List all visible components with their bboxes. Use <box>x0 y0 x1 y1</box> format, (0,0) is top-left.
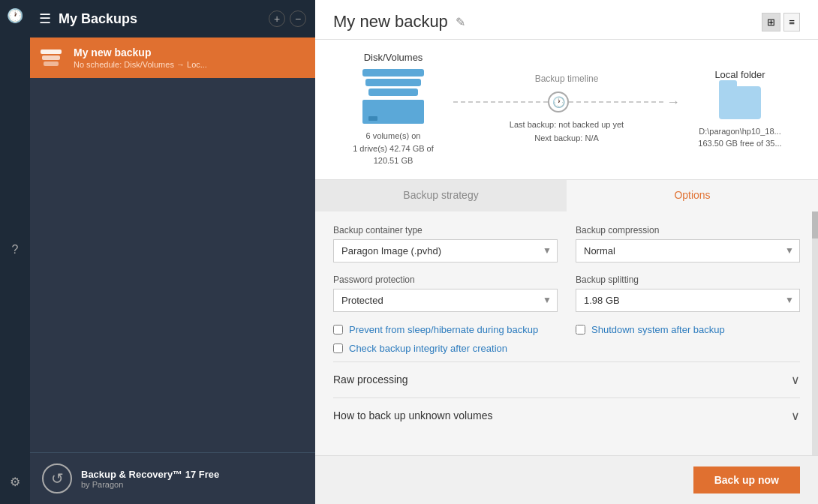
sidebar-bottom: ↺ Backup & Recovery™ 17 Free by Paragon <box>30 452 315 504</box>
options-row-2: Password protection None Protected ▼ Bac… <box>333 274 800 312</box>
compression-col: Backup compression None Normal High ▼ <box>576 225 800 262</box>
disk-body <box>362 100 424 124</box>
splitting-select[interactable]: None 650 MB 1.98 GB 4.37 GB <box>576 289 800 312</box>
container-type-select[interactable]: Paragon Image (.pvhd) VHD ZIP <box>333 239 558 262</box>
add-backup-button[interactable]: + <box>269 10 285 27</box>
sidebar: ☰ My Backups + − My new backup No schedu… <box>30 0 315 504</box>
scrollbar-track[interactable] <box>812 212 818 456</box>
unknown-volumes-label: How to back up unknown volumes <box>333 410 492 422</box>
raw-processing-label: Raw processing <box>333 374 408 386</box>
back-up-now-button[interactable]: Back up now <box>693 466 800 494</box>
shutdown-checkbox[interactable] <box>576 325 585 334</box>
sidebar-icon-strip: 🕐 ? ⚙ <box>0 0 30 504</box>
folder-shape <box>719 86 761 119</box>
timeline-label: Backup timeline <box>535 74 599 84</box>
checkboxes-col-right: Shutdown system after backup <box>576 324 800 362</box>
app-info: Backup & Recovery™ 17 Free by Paragon <box>81 469 219 489</box>
sidebar-header: ☰ My Backups + − <box>30 0 315 38</box>
grid-view-button[interactable]: ⊞ <box>762 13 780 32</box>
prevent-sleep-label: Prevent from sleep/hibernate during back… <box>349 324 538 335</box>
main-title-row: My new backup ✎ <box>333 12 465 32</box>
unknown-volumes-section[interactable]: How to back up unknown volumes ∨ <box>333 398 800 434</box>
prevent-sleep-checkbox[interactable] <box>333 325 343 334</box>
sidebar-item-text: My new backup No schedule: Disk/Volumes … <box>74 46 305 69</box>
last-backup-status: Last backup: not backed up yet <box>510 118 624 132</box>
timeline-arrow-icon: → <box>666 94 680 110</box>
prevent-sleep-checkbox-label[interactable]: Prevent from sleep/hibernate during back… <box>333 324 558 335</box>
timeline-info: Last backup: not backed up yet Next back… <box>510 118 624 145</box>
list-view-button[interactable]: ≡ <box>783 13 800 32</box>
source-label: Disk/Volumes <box>364 52 423 63</box>
checkboxes-section: Prevent from sleep/hibernate during back… <box>333 324 800 362</box>
tab-backup-strategy[interactable]: Backup strategy <box>315 180 567 212</box>
help-icon[interactable]: ? <box>12 243 19 256</box>
disk-platter-3 <box>368 88 418 96</box>
splitting-label: Backup splitting <box>576 274 800 285</box>
timeline-line: 🕐 → <box>453 92 680 112</box>
main-footer: Back up now <box>315 455 818 504</box>
password-select[interactable]: None Protected <box>333 289 558 312</box>
shutdown-label: Shutdown system after backup <box>591 324 725 335</box>
sidebar-item-my-new-backup[interactable]: My new backup No schedule: Disk/Volumes … <box>30 38 315 78</box>
backup-overview: Disk/Volumes 6 volume(s) on 1 drive(s) 4… <box>315 40 818 180</box>
disk-platter-2 <box>365 79 421 86</box>
unknown-volumes-chevron: ∨ <box>791 409 800 423</box>
backup-name: My new backup <box>74 46 305 58</box>
backup-item-icon <box>41 50 65 66</box>
shutdown-checkbox-label[interactable]: Shutdown system after backup <box>576 324 800 335</box>
integrity-checkbox-label[interactable]: Check backup integrity after creation <box>333 343 558 354</box>
password-select-wrap: None Protected ▼ <box>333 289 558 312</box>
menu-icon[interactable]: ☰ <box>39 10 51 27</box>
integrity-label: Check backup integrity after creation <box>349 343 507 354</box>
sidebar-header-actions: + − <box>269 10 306 27</box>
backup-subtitle: No schedule: Disk/Volumes → Loc... <box>74 60 305 69</box>
main-content: My new backup ✎ ⊞ ≡ Disk/Volumes 6 volum… <box>315 0 818 504</box>
dest-section: Local folder D:\paragon\hp10_18... 163.5… <box>680 69 800 150</box>
source-info: 6 volume(s) on 1 drive(s) 42.74 GB of 12… <box>353 130 434 167</box>
container-type-label: Backup container type <box>333 225 558 236</box>
checkboxes-col-left: Prevent from sleep/hibernate during back… <box>333 324 558 362</box>
splitting-col: Backup splitting None 650 MB 1.98 GB 4.3… <box>576 274 800 312</box>
main-header: My new backup ✎ ⊞ ≡ <box>315 0 818 40</box>
folder-icon <box>719 86 761 119</box>
options-area: Backup container type Paragon Image (.pv… <box>315 212 818 456</box>
integrity-checkbox[interactable] <box>333 344 343 353</box>
password-col: Password protection None Protected ▼ <box>333 274 558 312</box>
timeline-dashes-right <box>569 101 663 103</box>
main-title: My new backup <box>333 12 448 32</box>
tabs-area: Backup strategy Options <box>315 180 818 212</box>
disk-stack-icon <box>362 69 424 124</box>
container-type-col: Backup container type Paragon Image (.pv… <box>333 225 558 262</box>
password-label: Password protection <box>333 274 558 285</box>
clock-icon[interactable]: 🕐 <box>7 8 23 24</box>
view-toggle: ⊞ ≡ <box>762 13 800 32</box>
options-panel: Backup container type Paragon Image (.pv… <box>315 212 812 456</box>
raw-processing-section[interactable]: Raw processing ∨ <box>333 362 800 398</box>
scrollbar-thumb[interactable] <box>812 212 818 238</box>
sidebar-title: My Backups <box>59 11 269 27</box>
timeline-dashes-left <box>453 101 548 103</box>
edit-title-icon[interactable]: ✎ <box>456 15 465 29</box>
close-button[interactable]: − <box>290 10 306 27</box>
raw-processing-chevron: ∨ <box>791 373 800 387</box>
app-name: Backup & Recovery™ 17 Free <box>81 469 219 480</box>
compression-select-wrap: None Normal High ▼ <box>576 239 800 262</box>
app-by: by Paragon <box>81 480 219 489</box>
options-row-1: Backup container type Paragon Image (.pv… <box>333 225 800 262</box>
timeline-section: Backup timeline 🕐 → Last backup: not bac… <box>453 74 680 145</box>
disk-platter-1 <box>362 69 424 76</box>
settings-icon[interactable]: ⚙ <box>10 475 20 489</box>
dest-label: Local folder <box>714 69 765 80</box>
tab-options[interactable]: Options <box>567 180 818 212</box>
compression-label: Backup compression <box>576 225 800 236</box>
dest-info: D:\paragon\hp10_18... 163.50 GB free of … <box>698 125 781 150</box>
container-type-select-wrap: Paragon Image (.pvhd) VHD ZIP ▼ <box>333 239 558 262</box>
app-logo-icon: ↺ <box>42 464 72 494</box>
splitting-select-wrap: None 650 MB 1.98 GB 4.37 GB ▼ <box>576 289 800 312</box>
compression-select[interactable]: None Normal High <box>576 239 800 262</box>
sidebar-spacer <box>30 78 315 452</box>
timeline-clock-icon: 🕐 <box>548 92 569 112</box>
source-section: Disk/Volumes 6 volume(s) on 1 drive(s) 4… <box>333 52 453 167</box>
next-backup-status: Next backup: N/A <box>510 132 624 146</box>
